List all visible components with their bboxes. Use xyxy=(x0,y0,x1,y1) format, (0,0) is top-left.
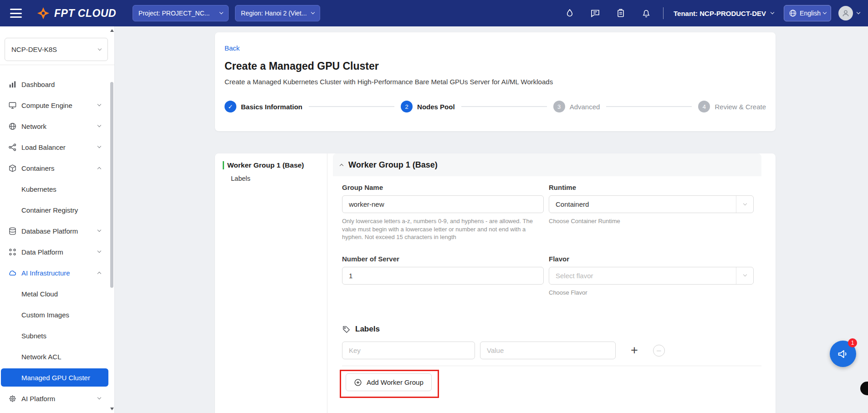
sidebar-item-ai-platform[interactable]: AI Platform xyxy=(0,388,114,409)
brand-text: FPT CLOUD xyxy=(54,7,116,20)
label-key-input[interactable] xyxy=(342,342,475,359)
nodes-pool-card: Worker Group 1 (Base) Labels Worker Grou… xyxy=(215,153,776,413)
sidebar-item-network[interactable]: Network xyxy=(0,116,114,137)
step-basics-information[interactable]: ✓ Basics Information xyxy=(225,101,302,112)
chevron-down-icon xyxy=(97,144,101,148)
stepper-connector xyxy=(309,106,394,107)
page-title: Create a Managed GPU Cluster xyxy=(225,60,766,72)
survey-clipboard-icon[interactable] xyxy=(616,8,626,18)
sidebar-scrollbar[interactable] xyxy=(110,26,114,413)
group-name-input[interactable] xyxy=(342,195,544,213)
flavor-select[interactable]: Select flavor xyxy=(549,267,754,285)
step-number: 3 xyxy=(553,101,565,112)
hamburger-menu-icon[interactable] xyxy=(10,9,22,18)
sidebar-item-kubernetes[interactable]: Kubernetes xyxy=(0,178,114,199)
region-dropdown[interactable]: Region: Hanoi 2 (Viet... xyxy=(235,5,320,21)
label-key-value-row: + – xyxy=(342,342,761,359)
database-icon xyxy=(8,227,17,235)
scrollbar-thumb[interactable] xyxy=(110,82,113,288)
runtime-select[interactable]: Containerd xyxy=(549,195,754,213)
worker-group-panel-header[interactable]: Worker Group 1 (Base) xyxy=(333,153,761,176)
water-drop-icon[interactable] xyxy=(565,8,575,18)
label-value-input[interactable] xyxy=(480,342,616,359)
chevron-down-icon xyxy=(98,46,102,50)
fpt-logo-icon xyxy=(36,6,50,20)
sidebar-item-load-balancer[interactable]: Load Balancer xyxy=(0,137,114,158)
add-label-plus-icon[interactable]: + xyxy=(631,344,638,357)
step-review-create[interactable]: 4 Review & Create xyxy=(698,101,766,112)
check-icon: ✓ xyxy=(225,101,236,112)
sidebar-item-containers[interactable]: Containers xyxy=(0,158,114,178)
chevron-down-icon xyxy=(97,396,101,399)
wizard-stepper: ✓ Basics Information 2 Nodes Pool 3 Adva… xyxy=(225,101,766,112)
tenant-dropdown[interactable]: Tenant: NCP-PRODUCT-DEV xyxy=(674,10,774,17)
globe-icon xyxy=(789,9,797,17)
step-nodes-pool[interactable]: 2 Nodes Pool xyxy=(401,101,455,112)
megaphone-icon xyxy=(837,347,849,360)
ai-platform-chip-icon xyxy=(8,394,17,403)
project-dropdown[interactable]: Project: PROJECT_NC... xyxy=(133,5,229,21)
project-label: Project: PROJECT_NC... xyxy=(138,10,209,17)
back-link[interactable]: Back xyxy=(225,44,240,52)
worker-group-nav-labels[interactable]: Labels xyxy=(231,175,327,182)
chevron-down-icon xyxy=(736,196,753,213)
flavor-help: Choose Flavor xyxy=(549,289,754,297)
chevron-down-icon xyxy=(771,10,774,14)
dashboard-icon xyxy=(8,80,17,89)
runtime-value: Containerd xyxy=(549,200,595,208)
notification-badge: 1 xyxy=(848,338,857,347)
sidebar-menu: Dashboard Compute Engine Network Load Ba… xyxy=(0,74,114,409)
chevron-up-icon xyxy=(97,272,101,275)
sidebar-item-subnets[interactable]: Subnets xyxy=(0,325,114,346)
avatar xyxy=(838,6,853,20)
user-menu[interactable] xyxy=(838,6,860,20)
sidebar-item-custom-images[interactable]: Custom Images xyxy=(0,304,114,325)
sidebar-item-network-acl[interactable]: Network ACL xyxy=(0,346,114,367)
scroll-down-arrow[interactable] xyxy=(110,408,114,410)
sidebar-item-database-platform[interactable]: Database Platform xyxy=(0,220,114,241)
number-of-server-input[interactable] xyxy=(342,267,544,285)
chevron-down-icon xyxy=(857,10,860,14)
data-platform-icon xyxy=(8,248,17,256)
containers-box-icon xyxy=(8,164,17,173)
add-worker-group-button[interactable]: Add Worker Group xyxy=(346,373,432,391)
cluster-select[interactable]: NCP-DEV-K8S xyxy=(5,38,108,61)
remove-label-minus-circle-icon[interactable]: – xyxy=(653,345,665,357)
sidebar-item-ai-infrastructure[interactable]: AI Infrastructure xyxy=(0,262,114,283)
tenant-label: Tenant: NCP-PRODUCT-DEV xyxy=(674,10,766,17)
sidebar-item-data-platform[interactable]: Data Platform xyxy=(0,241,114,262)
network-globe-icon xyxy=(8,122,17,131)
chevron-up-icon xyxy=(97,167,101,171)
flavor-placeholder: Select flavor xyxy=(549,272,600,280)
flavor-label: Flavor xyxy=(549,255,754,263)
region-label: Region: Hanoi 2 (Viet... xyxy=(241,10,307,17)
page-header-card: Back Create a Managed GPU Cluster Create… xyxy=(215,32,776,131)
sidebar-divider xyxy=(0,65,114,65)
step-number: 2 xyxy=(401,101,413,112)
announcement-fab[interactable]: 1 xyxy=(830,341,856,367)
sidebar-item-compute-engine[interactable]: Compute Engine xyxy=(0,95,114,116)
worker-group-form: Group Name Only lowercase letters a-z, n… xyxy=(333,176,761,391)
sidebar-item-dashboard[interactable]: Dashboard xyxy=(0,74,114,95)
chevron-down-icon xyxy=(97,123,101,127)
collapse-chevron-up-icon[interactable] xyxy=(340,164,343,168)
feedback-chat-icon[interactable] xyxy=(590,8,600,18)
cluster-select-value: NCP-DEV-K8S xyxy=(11,46,57,53)
worker-group-nav: Worker Group 1 (Base) Labels xyxy=(215,153,327,413)
sidebar-item-managed-gpu-cluster[interactable]: Managed GPU Cluster xyxy=(1,368,108,387)
sidebar-item-metal-cloud[interactable]: Metal Cloud xyxy=(0,283,114,304)
bell-icon[interactable] xyxy=(641,8,651,18)
worker-group-nav-item[interactable]: Worker Group 1 (Base) xyxy=(223,161,327,169)
tag-icon xyxy=(342,325,351,334)
language-dropdown[interactable]: English xyxy=(784,5,831,21)
chevron-down-icon xyxy=(311,10,315,14)
group-name-label: Group Name xyxy=(342,184,544,191)
stepper-connector xyxy=(461,106,547,107)
navbar-separator xyxy=(663,7,664,19)
scroll-up-arrow[interactable] xyxy=(110,29,114,32)
stepper-connector xyxy=(606,106,692,107)
chevron-down-icon xyxy=(97,249,101,253)
step-advanced[interactable]: 3 Advanced xyxy=(553,101,600,112)
sidebar-item-container-registry[interactable]: Container Registry xyxy=(0,199,114,220)
section-divider xyxy=(342,366,761,366)
